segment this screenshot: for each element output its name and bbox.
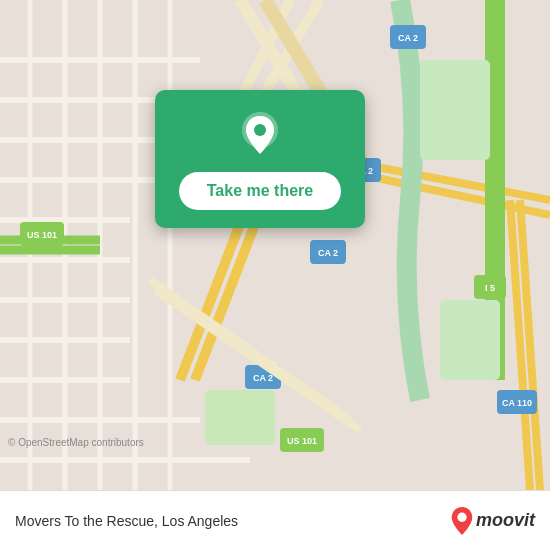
svg-rect-31 [420,60,490,160]
business-name: Movers To the Rescue, Los Angeles [15,513,238,529]
business-info: Movers To the Rescue, Los Angeles moovit [15,507,535,535]
svg-point-54 [254,124,266,136]
svg-rect-32 [440,300,500,380]
map-attribution: © OpenStreetMap contributors [8,437,144,448]
svg-text:CA 2: CA 2 [398,33,418,43]
svg-text:CA 2: CA 2 [318,248,338,258]
location-card: Take me there [155,90,365,228]
svg-text:CA 2: CA 2 [253,373,273,383]
svg-text:US 101: US 101 [287,436,317,446]
moovit-pin-icon [451,507,473,535]
location-pin-icon [236,110,284,158]
bottom-bar: Movers To the Rescue, Los Angeles moovit [0,490,550,550]
take-me-there-button[interactable]: Take me there [179,172,341,210]
moovit-logo-text: moovit [476,510,535,531]
moovit-logo: moovit [451,507,535,535]
svg-text:CA 110: CA 110 [502,398,532,408]
svg-point-55 [457,512,466,521]
map-container: CA 2 CA 2 CA 2 CA 2 US 101 US 101 I 5 CA… [0,0,550,490]
svg-rect-51 [205,390,275,445]
svg-text:I 5: I 5 [485,283,495,293]
svg-text:US 101: US 101 [27,230,57,240]
map-svg: CA 2 CA 2 CA 2 CA 2 US 101 US 101 I 5 CA… [0,0,550,490]
